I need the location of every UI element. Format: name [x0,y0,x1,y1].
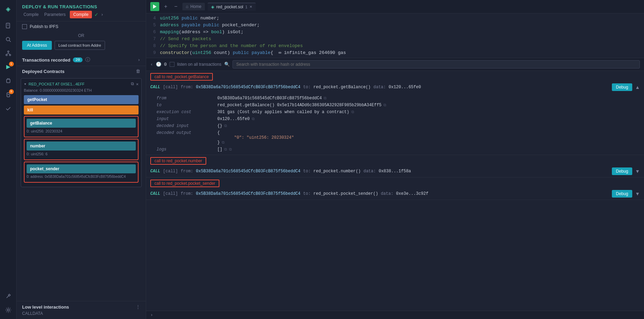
from-val: 0x5B38Da6a701c568545dCfcB03FcB875f56bedd… [217,96,634,101]
code-line-7: 7 // Send red packets [146,36,644,43]
parameters-tab[interactable]: Parameters [43,11,67,18]
plugin-icon[interactable] [2,75,15,87]
getbalance-result: 0: uint256: 20230324 [27,128,136,135]
logs-val: [] ⧉ ⧉ [217,147,634,152]
or-divider: OR [17,32,146,39]
kill-button[interactable]: kill [24,106,139,115]
to-val: red_pocket.getBalance() 0x5e17b14ADd6c38… [217,103,634,108]
tx-bar-left: ‹ 🕐 0 listen on all transactions [150,62,221,67]
collapse-btn-1[interactable]: ▲ [635,84,640,90]
svg-line-9 [7,53,8,54]
chevron-right-icon[interactable]: › [101,12,104,17]
zoom-out-button[interactable]: − [172,3,179,10]
pocket-sender-button[interactable]: pocket_sender [27,164,136,173]
collapse-btn-2[interactable]: ▼ [635,168,640,174]
tools-icon[interactable] [2,290,15,302]
listen-checkbox[interactable] [170,62,174,67]
check-icon: ✓ [95,11,98,18]
bottom-chevron-icon[interactable]: › [150,312,153,318]
tx-record-2: call to red_pocket.number CALL [call] fr… [146,155,644,177]
logs-key: logs [157,147,212,152]
getpocket-button[interactable]: getPocket [24,95,139,104]
compile-button[interactable]: Compile [70,11,92,18]
file-tab-close[interactable]: ✕ [249,5,252,9]
files-icon[interactable] [2,19,15,32]
zoom-in-button[interactable]: + [162,3,169,10]
from-copy-icon[interactable]: ⧉ [324,96,326,100]
tx-main-line-1: CALL [call] from: 0x5B38Da6a701c568545dC… [146,81,644,93]
compile-tab[interactable]: Compile [22,11,40,18]
logo-icon: ◈ [2,3,15,15]
tx-main-line-3: CALL [call] from: 0x5B38Da6a701c568545dC… [146,188,644,200]
tx-detail-grid-1: from 0x5B38Da6a701c568545dCfcB03FcB875f5… [146,93,644,155]
calldata-label: CALLDATA [22,311,43,316]
transactions-chevron-icon[interactable]: › [138,57,140,63]
getbalance-section: getBalance 0: uint256: 20230324 [24,116,139,137]
call-badge-3: CALL [150,191,160,196]
contract-copy-icon[interactable]: ⧉ [131,82,134,86]
svg-point-6 [6,54,7,56]
tx-search-input[interactable] [233,60,640,69]
at-address-button[interactable]: At Address [22,41,52,50]
trash-icon[interactable]: 🗑 [136,69,140,74]
logs-copy-icon-2[interactable]: ⧉ [229,147,232,152]
debug-button-3[interactable]: Debug [612,190,632,198]
panel-title: DEPLOY & RUN TRANSACTIONS [22,4,140,9]
contract-collapse-icon[interactable]: ▾ [24,81,27,87]
contract-balance: Balance: 0.0000000000020230324 ETH [24,88,139,92]
clock-icon: 🕐 [156,62,161,67]
code-editor[interactable]: 4 uint256 public number; 5 address payab… [146,13,644,58]
home-tab[interactable]: ⌂ Home [182,3,205,10]
tx-bar: ‹ 🕐 0 listen on all transactions 🔍 [146,58,644,71]
collapse-btn-3[interactable]: ▼ [635,191,640,197]
file-tab[interactable]: ◈ red_pocket.sol 1 ✕ [208,3,256,11]
deploy-icon[interactable]: 1 [2,61,15,73]
contract-close-icon[interactable]: ✕ [136,82,139,87]
pocket-sender-section: pocket_sender 0: address: 0x5B38Da6a701c… [24,162,139,183]
input-copy-icon[interactable]: ⧉ [252,117,255,121]
number-result: 0: uint256: 6 [27,151,136,157]
number-button[interactable]: number [27,142,136,151]
settings-icon[interactable] [2,304,15,316]
info-icon[interactable]: ⓘ [85,57,90,63]
code-line-9: 9 constructor(uint256 count) public paya… [146,49,644,56]
svg-point-16 [8,94,9,95]
home-tab-label: Home [190,4,201,9]
search-icon[interactable] [2,33,15,46]
input-key: input [157,117,212,121]
load-contract-button[interactable]: Load contract from Addre [55,41,105,50]
decoded-input-copy-icon[interactable]: ⧉ [224,124,227,128]
top-bar: + − ⌂ Home ◈ red_pocket.sol 1 ✕ [146,0,644,13]
tx-label-3: call to red_pocket.pocket_sender [150,180,219,187]
file-icon: ◈ [211,4,214,9]
tx-record-3: call to red_pocket.pocket_sender CALL [c… [146,177,644,200]
debug-sidebar-icon[interactable]: 9 [2,89,15,101]
run-button[interactable] [150,2,159,11]
logs-copy-icon-1[interactable]: ⧉ [224,147,227,152]
decoded-input-val: {} ⧉ [217,124,634,128]
svg-line-4 [9,40,11,42]
test-icon[interactable] [2,102,15,115]
low-level-title: Low level interactions [22,304,69,310]
to-key: to [157,103,212,108]
tx-bar-chevron-icon[interactable]: ‹ [150,62,153,67]
deploy-badge: 1 [9,62,14,66]
transactions-header[interactable]: Transactions recorded 20 ⓘ › [17,54,146,66]
debug-button-1[interactable]: Debug [612,83,632,91]
getbalance-button[interactable]: getBalance [27,119,136,128]
code-line-6: 6 mapping(address => bool) isGot; [146,29,644,36]
to-copy-icon[interactable]: ⧉ [383,103,386,107]
decoded-output-copy-icon[interactable]: ⧉ [222,140,225,145]
debug-button-2[interactable]: Debug [612,167,632,175]
input-val: 0x120...65fe0 ⧉ [217,117,634,121]
main-area: + − ⌂ Home ◈ red_pocket.sol 1 ✕ 4 uint25… [146,0,644,319]
git-icon[interactable] [2,47,15,60]
number-section: number 0: uint256: 6 [24,139,139,160]
exec-copy-icon[interactable]: ⧉ [351,110,354,114]
publish-checkbox[interactable] [22,24,27,29]
deployed-contracts-header: Deployed Contracts 🗑 [17,66,146,77]
low-level-menu-icon[interactable]: ⋮ [136,304,140,310]
bottom-bar: › [146,311,644,319]
home-icon: ⌂ [186,4,188,9]
file-tab-badge: 1 [245,5,247,9]
